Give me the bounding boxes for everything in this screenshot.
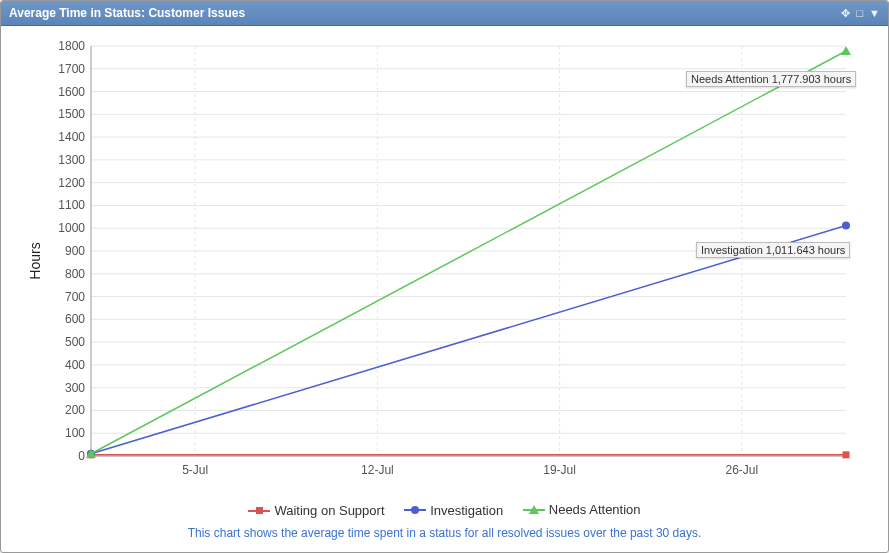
square-marker-icon xyxy=(248,505,270,517)
chart-panel: Average Time in Status: Customer Issues … xyxy=(0,0,889,553)
svg-text:5-Jul: 5-Jul xyxy=(182,463,208,477)
svg-text:0: 0 xyxy=(78,449,85,463)
svg-text:1600: 1600 xyxy=(58,85,85,99)
legend-item-waiting[interactable]: Waiting on Support xyxy=(248,503,384,518)
chart-caption: This chart shows the average time spent … xyxy=(1,526,888,540)
maximize-icon[interactable]: □ xyxy=(856,7,863,19)
legend-label-investigation: Investigation xyxy=(430,503,503,518)
svg-marker-56 xyxy=(841,46,851,55)
svg-text:1700: 1700 xyxy=(58,62,85,76)
svg-text:1800: 1800 xyxy=(58,39,85,53)
svg-text:100: 100 xyxy=(65,426,85,440)
legend: Waiting on Support Investigation Needs A… xyxy=(1,502,888,518)
svg-text:200: 200 xyxy=(65,403,85,417)
svg-text:1300: 1300 xyxy=(58,153,85,167)
svg-text:12-Jul: 12-Jul xyxy=(361,463,394,477)
legend-label-waiting: Waiting on Support xyxy=(274,503,384,518)
tooltip-needs-attention: Needs Attention 1,777.903 hours xyxy=(686,71,856,87)
chart-svg: 0100200300400500600700800900100011001200… xyxy=(16,36,876,486)
svg-text:26-Jul: 26-Jul xyxy=(726,463,759,477)
svg-text:700: 700 xyxy=(65,290,85,304)
svg-line-51 xyxy=(91,226,846,454)
svg-text:1400: 1400 xyxy=(58,130,85,144)
svg-text:900: 900 xyxy=(65,244,85,258)
svg-point-53 xyxy=(842,222,850,230)
triangle-marker-icon xyxy=(523,504,545,516)
panel-title: Average Time in Status: Customer Issues xyxy=(9,6,841,20)
panel-controls: ✥ □ ▼ xyxy=(841,7,880,20)
tooltip-investigation: Investigation 1,011.643 hours xyxy=(696,242,850,258)
svg-text:600: 600 xyxy=(65,312,85,326)
svg-text:19-Jul: 19-Jul xyxy=(543,463,576,477)
svg-text:400: 400 xyxy=(65,358,85,372)
legend-item-needs[interactable]: Needs Attention xyxy=(523,502,641,517)
svg-text:500: 500 xyxy=(65,335,85,349)
svg-text:300: 300 xyxy=(65,381,85,395)
menu-dropdown-icon[interactable]: ▼ xyxy=(869,7,880,19)
move-icon[interactable]: ✥ xyxy=(841,7,850,20)
panel-body: Hours 0100200300400500600700800900100011… xyxy=(1,26,888,552)
legend-item-investigation[interactable]: Investigation xyxy=(404,503,503,518)
svg-text:1000: 1000 xyxy=(58,221,85,235)
svg-text:1200: 1200 xyxy=(58,176,85,190)
circle-marker-icon xyxy=(404,504,426,516)
legend-label-needs: Needs Attention xyxy=(549,502,641,517)
svg-rect-50 xyxy=(843,451,850,458)
svg-text:1100: 1100 xyxy=(58,198,85,212)
svg-text:1500: 1500 xyxy=(58,107,85,121)
svg-text:800: 800 xyxy=(65,267,85,281)
panel-header: Average Time in Status: Customer Issues … xyxy=(1,1,888,26)
chart-area: Hours 0100200300400500600700800900100011… xyxy=(16,36,873,486)
